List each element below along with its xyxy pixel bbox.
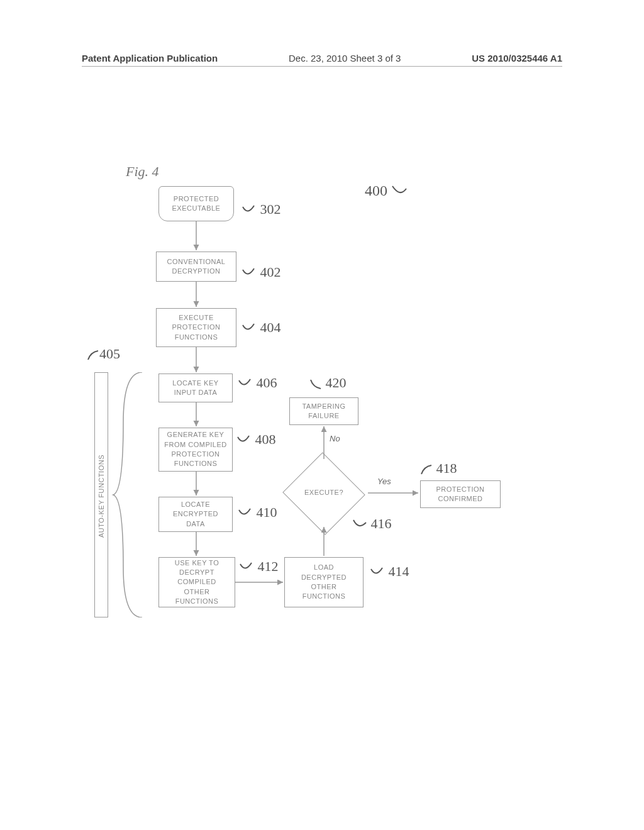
node-locate-key-input: LOCATE KEY INPUT DATA <box>158 374 233 402</box>
node-generate-key: GENERATE KEY FROM COMPILED PROTECTION FU… <box>158 428 233 472</box>
flowchart: AUTO-KEY FUNCTIONS 405 PROTECTED EXECUTA… <box>75 182 566 711</box>
node-use-key-decrypt: USE KEY TO DECRYPT COMPILED OTHER FUNCTI… <box>158 557 235 607</box>
node-execute-protection-functions: EXECUTE PROTECTION FUNCTIONS <box>156 308 236 347</box>
header-left: Patent Application Publication <box>82 53 218 64</box>
ref-420: 420 <box>308 375 347 391</box>
ref-302: 302 <box>242 201 281 218</box>
autokey-group-box: AUTO-KEY FUNCTIONS <box>94 372 108 617</box>
node-tampering-failure: TAMPERING FAILURE <box>289 397 358 425</box>
node-load-decrypted: LOAD DECRYPTED OTHER FUNCTIONS <box>284 557 364 607</box>
header-mid: Dec. 23, 2010 Sheet 3 of 3 <box>289 53 401 64</box>
page-header: Patent Application Publication Dec. 23, … <box>82 53 562 67</box>
page: Patent Application Publication Dec. 23, … <box>0 0 644 830</box>
tick-icon <box>308 379 322 390</box>
node-protected-executable: PROTECTED EXECUTABLE <box>158 186 234 221</box>
autokey-group-label: AUTO-KEY FUNCTIONS <box>97 455 105 538</box>
node-locate-encrypted-data: LOCATE ENCRYPTED DATA <box>158 497 233 532</box>
ref-414: 414 <box>370 563 409 580</box>
ref-412: 412 <box>239 558 279 575</box>
tick-icon <box>242 267 257 280</box>
edge-yes: Yes <box>377 477 391 486</box>
ref-416: 416 <box>352 516 392 532</box>
tick-icon <box>239 562 254 574</box>
ref-418: 418 <box>419 460 457 477</box>
ref-408: 408 <box>236 431 276 448</box>
edge-no: No <box>330 434 340 443</box>
document-shape: PROTECTED EXECUTABLE <box>158 186 234 221</box>
tick-icon <box>236 434 252 447</box>
tick-icon <box>242 204 257 217</box>
ref-404: 404 <box>242 319 281 336</box>
ref-405: 405 <box>86 346 120 362</box>
tick-icon <box>242 323 257 335</box>
header-right: US 2010/0325446 A1 <box>472 53 562 64</box>
node-protection-confirmed: PROTECTION CONFIRMED <box>420 480 501 508</box>
tick-icon <box>370 567 385 579</box>
flowchart-connectors <box>75 182 566 711</box>
figure-label: Fig. 4 <box>126 163 159 180</box>
tick-icon <box>238 507 253 520</box>
tick-icon <box>419 464 433 475</box>
tick-icon <box>238 378 253 390</box>
brace-icon <box>111 372 148 617</box>
ref-402: 402 <box>242 264 281 280</box>
tick-icon <box>352 519 367 531</box>
ref-410: 410 <box>238 504 277 521</box>
node-conventional-decryption: CONVENTIONAL DECRYPTION <box>156 252 236 282</box>
ref-406: 406 <box>238 375 277 391</box>
tick-icon <box>86 350 99 361</box>
